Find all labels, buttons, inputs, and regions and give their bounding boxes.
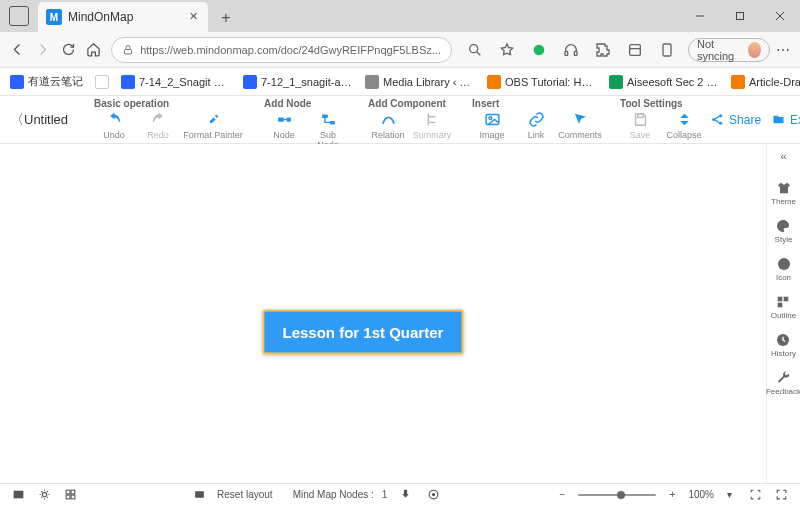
bookmark-item[interactable]: Aiseesoft Sec 2 - W...: [605, 73, 723, 91]
fit-width-button[interactable]: [746, 488, 766, 501]
root-node[interactable]: Lesson for 1st Quarter: [262, 309, 463, 354]
svg-rect-32: [13, 491, 23, 499]
browser-menu-button[interactable]: ⋯: [772, 42, 794, 58]
zoom-slider[interactable]: [578, 494, 656, 496]
nodes-count: 1: [382, 489, 388, 500]
nav-forward-button[interactable]: [31, 36, 54, 64]
share-button[interactable]: Share: [710, 112, 761, 127]
svg-point-20: [489, 117, 492, 120]
bookmark-icon: [731, 75, 745, 89]
reset-layout-icon[interactable]: [189, 488, 209, 501]
collapse-button[interactable]: Collapse: [664, 110, 704, 140]
bookmark-item[interactable]: [91, 73, 113, 91]
panel-collapse-button[interactable]: «: [780, 150, 786, 170]
read-aloud-icon[interactable]: [654, 37, 680, 63]
svg-rect-37: [71, 495, 75, 499]
insert-comments-button[interactable]: Comments: [560, 110, 600, 140]
toolgroup-add-node: Add Node Node Sub Node: [258, 96, 354, 144]
bookmark-icon: [243, 75, 257, 89]
tab-favicon: M: [46, 9, 62, 25]
export-button[interactable]: Export: [771, 112, 800, 127]
search-in-page-icon[interactable]: [462, 37, 488, 63]
lock-icon: [122, 44, 134, 56]
save-icon: [631, 111, 649, 129]
summary-button[interactable]: Summary: [412, 110, 452, 140]
panel-style-button[interactable]: Style: [775, 216, 793, 246]
url-text: https://web.mindonmap.com/doc/24dGwyREIF…: [140, 44, 441, 56]
panel-theme-button[interactable]: Theme: [771, 178, 796, 208]
image-icon: [483, 111, 501, 129]
panel-history-button[interactable]: History: [771, 330, 796, 360]
headphones-icon[interactable]: [558, 37, 584, 63]
bookmark-item[interactable]: 7-12_1_snagit-alter...: [239, 73, 357, 91]
favorites-icon[interactable]: [494, 37, 520, 63]
reset-layout-label[interactable]: Reset layout: [217, 489, 273, 500]
fullscreen-button[interactable]: [772, 488, 792, 501]
relation-button[interactable]: Relation: [368, 110, 408, 140]
bookmark-icon: [121, 75, 135, 89]
format-painter-button[interactable]: Format Painter: [182, 110, 244, 140]
window-titlebar: M MindOnMap ✕ +: [0, 0, 800, 32]
window-close-button[interactable]: [760, 0, 800, 32]
svg-rect-18: [329, 121, 334, 125]
bookmark-item[interactable]: 7-14_2_Snagit VS S...: [117, 73, 235, 91]
window-minimize-button[interactable]: [680, 0, 720, 32]
insert-link-button[interactable]: Link: [516, 110, 556, 140]
toolgroup-title: Add Component: [368, 96, 452, 110]
zoom-in-button[interactable]: +: [662, 489, 682, 500]
back-button[interactable]: 〈: [10, 111, 24, 129]
svg-rect-9: [574, 51, 577, 55]
bookmark-item[interactable]: Media Library ‹ Top...: [361, 73, 479, 91]
toolgroup-title: Add Node: [264, 96, 348, 110]
panel-feedback-button[interactable]: Feedback: [766, 368, 800, 398]
bookmark-icon: [487, 75, 501, 89]
svg-point-7: [534, 44, 545, 55]
sync-label: Not syncing: [697, 38, 744, 62]
pan-icon[interactable]: [395, 488, 415, 501]
redo-button[interactable]: Redo: [138, 110, 178, 140]
undo-button[interactable]: Undo: [94, 110, 134, 140]
bookmark-item[interactable]: 有道云笔记: [6, 72, 87, 91]
right-panel: « Theme Style Icon Outline History Feedb…: [766, 144, 800, 483]
toolgroup-title: Basic operation: [94, 96, 244, 110]
window-maximize-button[interactable]: [720, 0, 760, 32]
browser-tab[interactable]: M MindOnMap ✕: [38, 2, 208, 32]
collections-icon[interactable]: [622, 37, 648, 63]
nav-refresh-button[interactable]: [57, 36, 80, 64]
extensions-icon[interactable]: [590, 37, 616, 63]
node-icon: [275, 111, 293, 129]
save-button[interactable]: Save: [620, 110, 660, 140]
zoom-dropdown[interactable]: ▾: [720, 489, 740, 500]
mindmap-canvas[interactable]: Lesson for 1st Quarter: [0, 144, 766, 483]
extension-green-icon[interactable]: [526, 37, 552, 63]
new-tab-button[interactable]: +: [212, 4, 240, 32]
nav-home-button[interactable]: [82, 36, 105, 64]
view-mode-2-button[interactable]: [34, 488, 54, 501]
profile-sync-button[interactable]: Not syncing: [688, 38, 770, 62]
bookmark-label: Media Library ‹ Top...: [383, 76, 475, 88]
panel-outline-button[interactable]: Outline: [771, 292, 796, 322]
document-title[interactable]: Untitled: [24, 112, 68, 127]
bookmark-label: OBS Tutorial: How...: [505, 76, 597, 88]
toolgroup-basic: Basic operation Undo Redo Format Painter: [88, 96, 250, 144]
bookmarks-bar: 有道云笔记 7-14_2_Snagit VS S... 7-12_1_snagi…: [0, 68, 800, 96]
svg-line-6: [477, 51, 481, 55]
tab-close-button[interactable]: ✕: [186, 10, 200, 24]
toolgroup-tool-settings: Tool Settings Save Collapse: [614, 96, 710, 144]
subnode-icon: [319, 111, 337, 129]
palette-icon: [775, 218, 791, 234]
redo-icon: [149, 111, 167, 129]
zoom-out-button[interactable]: −: [552, 489, 572, 500]
bookmark-item[interactable]: OBS Tutorial: How...: [483, 73, 601, 91]
view-mode-3-button[interactable]: [60, 488, 80, 501]
svg-rect-1: [737, 13, 744, 20]
insert-image-button[interactable]: Image: [472, 110, 512, 140]
center-icon[interactable]: [423, 488, 443, 501]
url-input[interactable]: https://web.mindonmap.com/doc/24dGwyREIF…: [111, 37, 452, 63]
panel-icon-button[interactable]: Icon: [776, 254, 792, 284]
undo-icon: [105, 111, 123, 129]
nav-back-button[interactable]: [6, 36, 29, 64]
tab-overview-button[interactable]: [0, 0, 38, 32]
bookmark-item[interactable]: Article-Drafts - Goo...: [727, 73, 800, 91]
view-mode-1-button[interactable]: [8, 488, 28, 501]
